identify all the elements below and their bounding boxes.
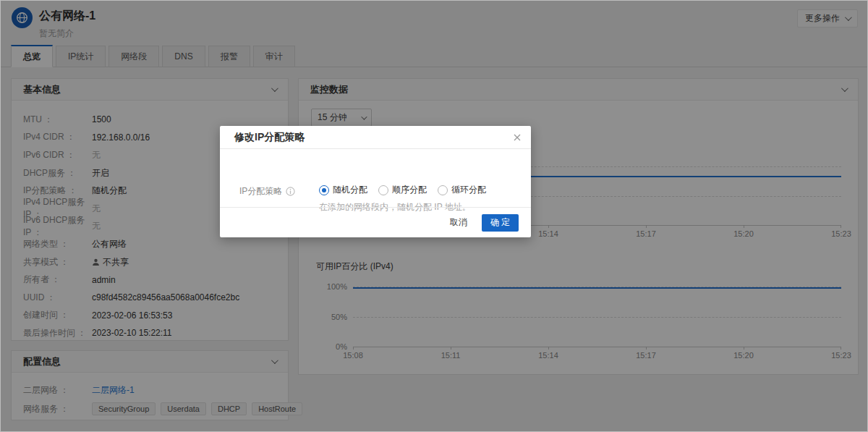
ip-policy-radio-group: 随机分配 顺序分配 循环分配 [319, 184, 486, 196]
radio-icon[interactable] [378, 185, 388, 195]
dialog-footer: 取消 确 定 [220, 207, 531, 237]
radio-sequential-allocation[interactable]: 顺序分配 [378, 184, 427, 196]
cancel-button[interactable]: 取消 [450, 216, 467, 229]
dialog-header: 修改IP分配策略 [220, 126, 531, 149]
radio-label: 顺序分配 [392, 184, 427, 196]
radio-label: 随机分配 [333, 184, 367, 196]
dialog-title: 修改IP分配策略 [234, 131, 305, 144]
radio-icon[interactable] [438, 185, 448, 195]
field-label-text: IP分配策略 [239, 185, 282, 198]
dialog-body: IP分配策略 随机分配 顺序分配 循环分配 在添加的网络段内，随机分配 IP 地… [220, 149, 531, 207]
radio-label: 循环分配 [451, 184, 486, 196]
radio-round-robin-allocation[interactable]: 循环分配 [438, 184, 486, 196]
radio-icon[interactable] [319, 185, 329, 195]
confirm-button[interactable]: 确 定 [482, 214, 519, 232]
close-icon[interactable] [512, 132, 522, 143]
ip-policy-field-label: IP分配策略 [239, 185, 295, 198]
modify-ip-policy-dialog: 修改IP分配策略 IP分配策略 随机分配 顺序分配 循环分配 [220, 126, 531, 237]
radio-random-allocation[interactable]: 随机分配 [319, 184, 367, 196]
info-icon [286, 187, 295, 196]
